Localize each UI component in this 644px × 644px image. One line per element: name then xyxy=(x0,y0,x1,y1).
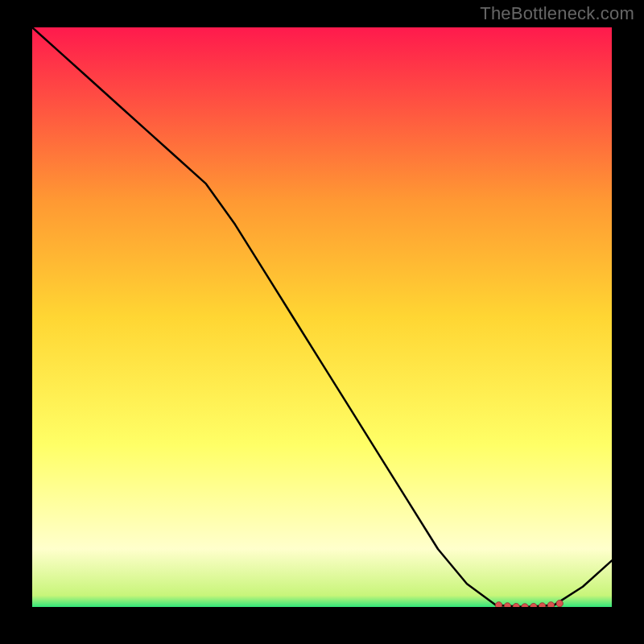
watermark-text: TheBottleneck.com xyxy=(480,3,634,24)
trough-marker xyxy=(513,603,519,607)
trough-marker xyxy=(504,603,510,607)
chart-svg xyxy=(32,27,612,607)
plot-area xyxy=(32,27,612,607)
trough-marker xyxy=(556,600,563,606)
trough-marker xyxy=(539,603,545,607)
gradient-background xyxy=(32,27,612,607)
trough-marker xyxy=(495,602,502,607)
trough-marker xyxy=(547,602,554,607)
trough-marker xyxy=(530,603,537,607)
chart-frame: TheBottleneck.com xyxy=(0,0,644,644)
